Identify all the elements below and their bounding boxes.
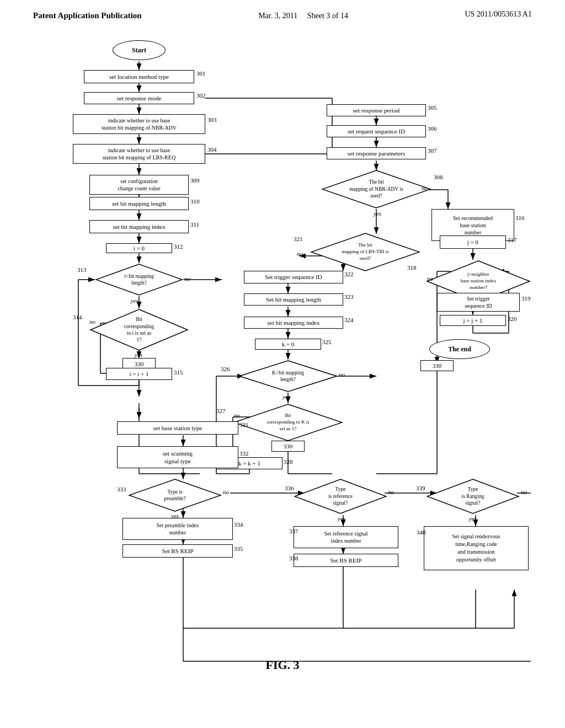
diamond-327: Bitcorresponding to K isset as 1? bbox=[233, 403, 343, 442]
label-310: 310 bbox=[190, 198, 200, 205]
box-330-right: 330 bbox=[420, 360, 454, 371]
box-303: indicate whether to use basestation bit … bbox=[73, 114, 205, 134]
box-317: j = 0 bbox=[440, 235, 506, 249]
label-319: 319 bbox=[521, 295, 531, 302]
label-313-yes: yes bbox=[131, 297, 138, 304]
label-314: 314 bbox=[73, 314, 82, 320]
label-315: 315 bbox=[174, 369, 183, 376]
box-331: set base station type bbox=[117, 421, 238, 435]
box-340: Set signal rendezvoustime,Ranging codean… bbox=[424, 526, 529, 570]
box-307: set response parameters bbox=[327, 147, 426, 159]
box-309: set configurationchange count value bbox=[89, 175, 189, 195]
label-301: 301 bbox=[196, 70, 206, 77]
label-318-no: no bbox=[427, 275, 433, 282]
patent-number: US 2011/0053613 A1 bbox=[465, 10, 532, 19]
label-332: 332 bbox=[239, 450, 249, 457]
box-332: set scanningsignal type bbox=[117, 446, 238, 468]
box-338: Set BS REIP bbox=[294, 554, 398, 567]
label-337: 337 bbox=[289, 528, 299, 534]
box-330-mid: 330 bbox=[271, 441, 305, 452]
label-302: 302 bbox=[196, 92, 206, 99]
box-324: set bit mapping index bbox=[244, 317, 343, 329]
label-313: 313 bbox=[77, 266, 87, 273]
label-314-yes: yes bbox=[135, 351, 142, 358]
label-326-yes: yes bbox=[282, 393, 290, 400]
label-320: 320 bbox=[508, 315, 517, 322]
label-325: 325 bbox=[322, 339, 332, 345]
label-308-yes: yes bbox=[374, 210, 381, 217]
label-326: 326 bbox=[221, 366, 230, 372]
publication-title: Patent Application Publication bbox=[33, 10, 142, 22]
label-339-yes: yes bbox=[469, 515, 477, 522]
box-311: set bit mapping index bbox=[89, 220, 189, 233]
label-314-no: no bbox=[89, 318, 95, 325]
label-303: 303 bbox=[207, 116, 217, 123]
label-317: 317 bbox=[508, 237, 517, 243]
label-336: 336 bbox=[285, 485, 294, 491]
label-339-no: no bbox=[521, 489, 527, 495]
box-305: set response period bbox=[327, 104, 426, 116]
box-315: i = i + 1 bbox=[106, 368, 172, 380]
label-308-no: no bbox=[422, 185, 428, 191]
label-304: 304 bbox=[207, 146, 217, 153]
label-313-no: no bbox=[184, 275, 190, 282]
box-335: Set BS REIP bbox=[122, 544, 233, 558]
flowchart-diagram: Start set location method type 301 set r… bbox=[34, 33, 531, 678]
label-321: 321 bbox=[294, 235, 303, 242]
box-322: Set trigger sequence ID bbox=[244, 271, 343, 283]
diamond-326: K<bit mappinglength? bbox=[238, 360, 338, 393]
label-321-no: no bbox=[297, 250, 303, 257]
box-302: set response mode bbox=[84, 92, 194, 104]
label-334: 334 bbox=[234, 521, 243, 528]
label-327: 327 bbox=[216, 408, 226, 414]
label-312: 312 bbox=[174, 243, 183, 250]
box-337: Set reference signalindex number bbox=[294, 526, 398, 548]
label-311: 311 bbox=[190, 221, 199, 228]
label-326-no: no bbox=[339, 371, 345, 378]
diamond-333: Type ispreamble? bbox=[128, 478, 222, 512]
label-336-no: no bbox=[388, 489, 394, 495]
box-301: set location method type bbox=[84, 70, 194, 83]
label-328: 328 bbox=[284, 458, 293, 465]
label-340: 340 bbox=[417, 529, 426, 536]
label-324: 324 bbox=[344, 317, 354, 323]
header-center: Mar. 3, 2011 Sheet 3 of 14 bbox=[258, 10, 348, 22]
diamond-336: Typeis referencesignal? bbox=[294, 478, 387, 515]
label-307: 307 bbox=[428, 147, 437, 154]
label-306: 306 bbox=[428, 125, 437, 132]
label-316: 316 bbox=[515, 215, 525, 221]
label-333-no: no bbox=[223, 489, 229, 495]
label-331: 331 bbox=[239, 421, 249, 428]
diamond-308: The bitmapping of NBR-ADV isused? bbox=[321, 169, 431, 209]
diamond-321: The bitmapping of LBS-TRI isused? bbox=[310, 232, 420, 272]
label-308: 308 bbox=[434, 174, 443, 180]
box-310: set bit mapping length bbox=[89, 197, 189, 210]
label-322: 322 bbox=[344, 271, 354, 277]
label-327-no: no bbox=[234, 412, 240, 419]
label-309: 309 bbox=[190, 177, 200, 184]
box-304: indicate whether to use basestation bit … bbox=[73, 144, 205, 164]
box-319: Set triggersequence ID bbox=[437, 293, 520, 312]
label-338: 338 bbox=[289, 555, 299, 561]
label-305: 305 bbox=[428, 104, 437, 111]
page-header: Patent Application Publication Mar. 3, 2… bbox=[0, 0, 565, 22]
box-312: i = 0 bbox=[106, 243, 172, 253]
box-306: set request sequence ID bbox=[327, 125, 426, 137]
box-323: Set bit mapping length bbox=[244, 293, 343, 306]
start-oval: Start bbox=[113, 40, 166, 60]
box-334: Set preamble indexnumber bbox=[122, 518, 233, 540]
figure-label: FIG. 3 bbox=[34, 658, 531, 672]
label-333: 333 bbox=[117, 486, 126, 493]
label-339: 339 bbox=[416, 485, 425, 491]
label-336-yes: yes bbox=[338, 515, 345, 522]
label-323: 323 bbox=[344, 293, 354, 300]
box-320: j = j + 1 bbox=[440, 315, 506, 326]
label-335: 335 bbox=[234, 545, 243, 552]
diamond-313: i<bit mappinglength? bbox=[95, 263, 183, 296]
diamond-314: Bitcorrespondingto i is set as1? bbox=[89, 308, 189, 351]
diamond-339: Typeis Rangingsignal? bbox=[426, 478, 520, 515]
the-end-oval: The end bbox=[429, 339, 490, 359]
box-325: k = 0 bbox=[255, 339, 321, 350]
